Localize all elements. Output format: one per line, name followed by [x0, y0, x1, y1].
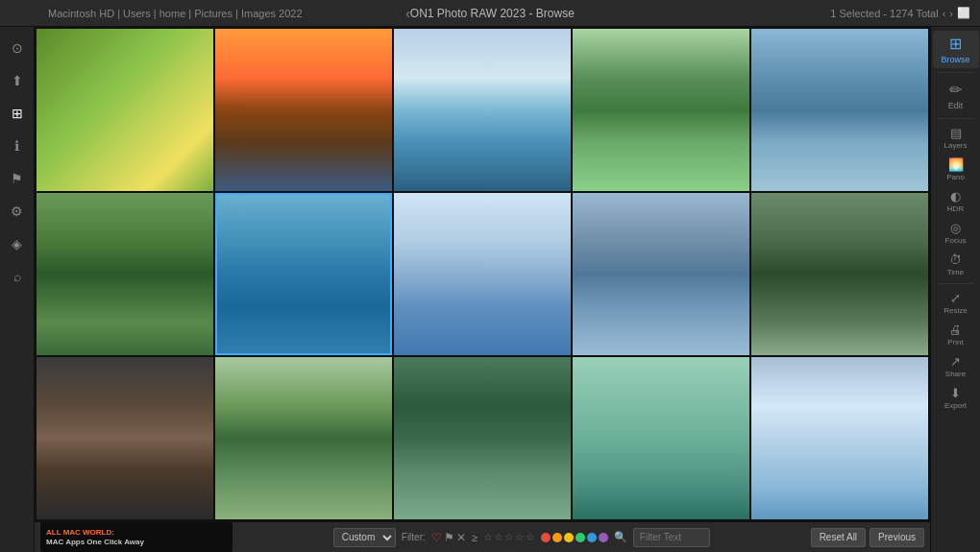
color-dot-blue[interactable]	[587, 533, 597, 542]
edit-label: Edit	[948, 101, 964, 110]
search-tool[interactable]: ⌕	[4, 263, 31, 290]
color-dot-orange[interactable]	[552, 533, 562, 542]
print-label: Print	[947, 338, 963, 347]
filter-icons: ♡ ⚑ ✕	[431, 531, 466, 544]
grid-tool[interactable]: ⊞	[4, 100, 31, 127]
filter-text-input[interactable]	[633, 528, 710, 547]
search-icon: 🔍	[614, 531, 627, 543]
home-tool[interactable]: ⊙	[4, 35, 31, 61]
left-toolbar: ⊙ ⬆ ⊞ ℹ ⚑ ⚙ ◈ ⌕	[0, 27, 35, 552]
photo-cell[interactable]	[573, 29, 749, 191]
share-label: Share	[945, 370, 966, 378]
color-dot-green[interactable]	[576, 533, 585, 542]
edit-icon: ✏	[949, 81, 962, 99]
hdr-tool[interactable]: ◐ HDR	[933, 186, 979, 216]
photo-cell[interactable]	[751, 193, 928, 355]
color-dot-yellow[interactable]	[564, 533, 574, 542]
bottom-right-buttons: Reset All Previous	[811, 528, 924, 547]
breadcrumb: Macintosh HD | Users | home | Pictures |…	[48, 8, 303, 19]
time-icon: ⏱	[949, 252, 962, 267]
watermark-logo: ALL MAC WORLD: MAC Apps One Click Away	[46, 528, 144, 546]
share-tool[interactable]: ↗ Share	[933, 351, 979, 381]
hdr-icon: ◐	[950, 189, 961, 204]
star5[interactable]: ☆	[526, 531, 535, 543]
star3[interactable]: ☆	[504, 531, 514, 543]
photo-cell[interactable]	[751, 29, 928, 191]
photo-cell[interactable]	[215, 29, 392, 191]
settings-tool[interactable]: ⚙	[4, 198, 31, 225]
bottom-bar: ALL MAC WORLD: MAC Apps One Click Away C…	[35, 521, 930, 552]
time-tool[interactable]: ⏱ Time	[933, 250, 979, 279]
filter-label: Filter:	[402, 532, 426, 542]
display-mode-icon[interactable]: ⬜	[957, 7, 970, 19]
x-icon[interactable]: ✕	[456, 531, 466, 544]
star2[interactable]: ☆	[494, 531, 503, 543]
share-icon: ↗	[950, 354, 961, 369]
prev-arrow[interactable]: ‹	[943, 8, 946, 19]
export-tool[interactable]: ⬇ Export	[933, 383, 979, 413]
browse-icon: ⊞	[949, 35, 962, 53]
custom-select[interactable]: Custom	[333, 528, 396, 547]
photo-cell[interactable]	[37, 357, 213, 519]
nav-controls: 1 Selected - 1274 Total ‹ › ⬜	[830, 7, 970, 19]
adjust-tool[interactable]: ◈	[4, 230, 31, 257]
color-dot-purple[interactable]	[599, 533, 608, 542]
layers-icon: ▤	[950, 126, 962, 140]
right-toolbar: ⊞ Browse ✏ Edit ▤ Layers 🌅 Pano ◐ HDR ◎ …	[930, 27, 980, 552]
reset-all-button[interactable]: Reset All	[811, 528, 866, 547]
flag-tool[interactable]: ⚑	[4, 165, 31, 192]
selection-info: 1 Selected - 1274 Total	[830, 8, 938, 19]
layers-label: Layers	[943, 141, 967, 150]
separator	[938, 283, 974, 284]
export-label: Export	[944, 401, 967, 410]
resize-icon: ⤢	[950, 291, 961, 305]
star4[interactable]: ☆	[515, 531, 525, 543]
separator	[938, 72, 974, 73]
watermark-overlay: ALL MAC WORLD: MAC Apps One Click Away	[40, 522, 233, 552]
watermark-line1: ALL MAC WORLD:	[46, 528, 144, 538]
titlebar: ‹ Macintosh HD | Users | home | Pictures…	[0, 0, 980, 27]
info-tool[interactable]: ℹ	[4, 132, 31, 159]
hdr-label: HDR	[947, 204, 964, 213]
filter-controls: Custom Filter: ♡ ⚑ ✕ ≥ ☆ ☆ ☆ ☆ ☆	[238, 528, 805, 547]
separator	[938, 118, 974, 119]
print-tool[interactable]: 🖨 Print	[933, 320, 979, 349]
pano-label: Pano	[946, 173, 965, 181]
edit-tool[interactable]: ✏ Edit	[933, 77, 979, 114]
time-label: Time	[947, 268, 964, 276]
color-dot-red[interactable]	[541, 533, 551, 542]
photo-cell[interactable]	[215, 193, 392, 355]
window-title: ON1 Photo RAW 2023 - Browse	[410, 7, 575, 20]
focus-icon: ◎	[950, 221, 961, 235]
photo-grid	[35, 27, 930, 521]
previous-button[interactable]: Previous	[870, 528, 924, 547]
pano-tool[interactable]: 🌅 Pano	[933, 155, 979, 184]
photo-cell[interactable]	[394, 193, 571, 355]
layers-tool[interactable]: ▤ Layers	[933, 123, 979, 153]
star1[interactable]: ☆	[483, 531, 493, 543]
star-filter[interactable]: ☆ ☆ ☆ ☆ ☆	[483, 531, 535, 543]
photo-cell[interactable]	[573, 357, 749, 519]
resize-tool[interactable]: ⤢ Resize	[933, 288, 979, 318]
browse-tool[interactable]: ⊞ Browse	[933, 31, 979, 68]
photo-cell[interactable]	[37, 29, 213, 191]
import-tool[interactable]: ⬆	[4, 67, 31, 94]
gte-icon: ≥	[472, 532, 478, 543]
browse-label: Browse	[941, 55, 969, 64]
heart-icon[interactable]: ♡	[431, 531, 442, 544]
export-icon: ⬇	[950, 386, 961, 400]
next-arrow[interactable]: ›	[949, 8, 953, 19]
color-filter[interactable]	[541, 533, 608, 542]
watermark-line2: MAC Apps One Click Away	[46, 538, 144, 547]
focus-label: Focus	[945, 236, 967, 245]
photo-cell[interactable]	[573, 193, 749, 355]
resize-label: Resize	[943, 306, 967, 315]
main-content: ALL MAC WORLD: MAC Apps One Click Away C…	[35, 27, 930, 552]
flag-icon[interactable]: ⚑	[444, 531, 454, 544]
photo-cell[interactable]	[37, 193, 213, 355]
photo-cell[interactable]	[394, 29, 571, 191]
photo-cell[interactable]	[751, 357, 928, 519]
focus-tool[interactable]: ◎ Focus	[933, 218, 979, 248]
photo-cell[interactable]	[394, 357, 571, 519]
photo-cell[interactable]	[215, 357, 392, 519]
